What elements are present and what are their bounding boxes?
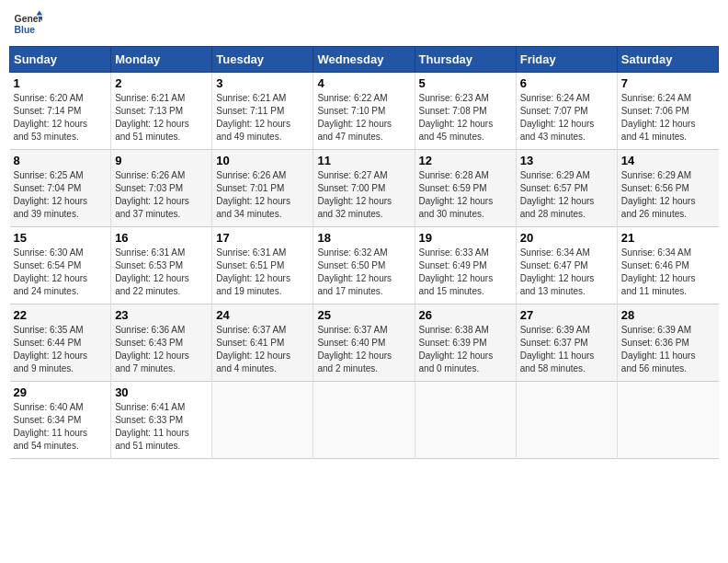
day-detail: Sunrise: 6:21 AM Sunset: 7:13 PM Dayligh… xyxy=(115,92,208,144)
day-detail: Sunrise: 6:36 AM Sunset: 6:43 PM Dayligh… xyxy=(115,324,208,375)
calendar-cell: 29Sunrise: 6:40 AM Sunset: 6:34 PM Dayli… xyxy=(10,382,111,459)
day-of-week-header: Monday xyxy=(111,47,212,73)
day-number: 24 xyxy=(216,308,309,322)
day-number: 5 xyxy=(419,76,512,90)
day-detail: Sunrise: 6:41 AM Sunset: 6:33 PM Dayligh… xyxy=(115,401,208,453)
calendar-cell: 18Sunrise: 6:32 AM Sunset: 6:50 PM Dayli… xyxy=(313,227,415,304)
week-row: 8Sunrise: 6:25 AM Sunset: 7:04 PM Daylig… xyxy=(10,150,719,227)
calendar-cell: 8Sunrise: 6:25 AM Sunset: 7:04 PM Daylig… xyxy=(10,150,111,227)
week-row: 1Sunrise: 6:20 AM Sunset: 7:14 PM Daylig… xyxy=(10,73,719,150)
day-detail: Sunrise: 6:39 AM Sunset: 6:36 PM Dayligh… xyxy=(621,324,715,375)
logo: General Blue xyxy=(13,9,42,39)
day-number: 14 xyxy=(621,154,715,167)
calendar-cell: 22Sunrise: 6:35 AM Sunset: 6:44 PM Dayli… xyxy=(10,304,111,382)
calendar-cell: 5Sunrise: 6:23 AM Sunset: 7:08 PM Daylig… xyxy=(415,73,516,150)
svg-text:Blue: Blue xyxy=(15,25,36,35)
day-number: 23 xyxy=(115,308,208,322)
calendar-table: SundayMondayTuesdayWednesdayThursdayFrid… xyxy=(9,46,719,459)
day-detail: Sunrise: 6:28 AM Sunset: 6:59 PM Dayligh… xyxy=(419,169,512,221)
day-detail: Sunrise: 6:35 AM Sunset: 6:44 PM Dayligh… xyxy=(14,324,108,375)
calendar-cell: 21Sunrise: 6:34 AM Sunset: 6:46 PM Dayli… xyxy=(617,227,718,304)
day-number: 20 xyxy=(520,231,613,245)
calendar-cell: 27Sunrise: 6:39 AM Sunset: 6:37 PM Dayli… xyxy=(516,304,617,382)
calendar-cell: 7Sunrise: 6:24 AM Sunset: 7:06 PM Daylig… xyxy=(617,73,718,150)
week-row: 22Sunrise: 6:35 AM Sunset: 6:44 PM Dayli… xyxy=(10,304,719,382)
calendar-cell: 12Sunrise: 6:28 AM Sunset: 6:59 PM Dayli… xyxy=(415,150,516,227)
day-of-week-header: Thursday xyxy=(415,47,516,73)
calendar-cell: 13Sunrise: 6:29 AM Sunset: 6:57 PM Dayli… xyxy=(516,150,617,227)
day-of-week-header: Sunday xyxy=(10,47,111,73)
calendar-cell: 4Sunrise: 6:22 AM Sunset: 7:10 PM Daylig… xyxy=(313,73,415,150)
calendar-header-row: SundayMondayTuesdayWednesdayThursdayFrid… xyxy=(10,47,719,73)
calendar-cell xyxy=(212,382,313,459)
calendar-cell: 9Sunrise: 6:26 AM Sunset: 7:03 PM Daylig… xyxy=(111,150,212,227)
day-detail: Sunrise: 6:29 AM Sunset: 6:57 PM Dayligh… xyxy=(520,169,613,221)
calendar-cell xyxy=(516,382,617,459)
day-detail: Sunrise: 6:38 AM Sunset: 6:39 PM Dayligh… xyxy=(419,324,512,375)
day-detail: Sunrise: 6:23 AM Sunset: 7:08 PM Dayligh… xyxy=(419,92,512,144)
day-detail: Sunrise: 6:34 AM Sunset: 6:46 PM Dayligh… xyxy=(621,247,715,298)
day-detail: Sunrise: 6:30 AM Sunset: 6:54 PM Dayligh… xyxy=(14,247,108,298)
calendar-cell: 3Sunrise: 6:21 AM Sunset: 7:11 PM Daylig… xyxy=(212,73,313,150)
calendar-cell: 25Sunrise: 6:37 AM Sunset: 6:40 PM Dayli… xyxy=(313,304,415,382)
day-detail: Sunrise: 6:22 AM Sunset: 7:10 PM Dayligh… xyxy=(317,92,410,144)
calendar-cell: 11Sunrise: 6:27 AM Sunset: 7:00 PM Dayli… xyxy=(313,150,415,227)
day-detail: Sunrise: 6:24 AM Sunset: 7:07 PM Dayligh… xyxy=(520,92,613,144)
logo-icon: General Blue xyxy=(13,9,42,39)
calendar-cell: 14Sunrise: 6:29 AM Sunset: 6:56 PM Dayli… xyxy=(617,150,718,227)
day-number: 10 xyxy=(216,154,309,167)
calendar-cell: 16Sunrise: 6:31 AM Sunset: 6:53 PM Dayli… xyxy=(111,227,212,304)
day-detail: Sunrise: 6:26 AM Sunset: 7:01 PM Dayligh… xyxy=(216,169,309,221)
day-detail: Sunrise: 6:32 AM Sunset: 6:50 PM Dayligh… xyxy=(317,247,410,298)
week-row: 15Sunrise: 6:30 AM Sunset: 6:54 PM Dayli… xyxy=(10,227,719,304)
day-number: 1 xyxy=(14,76,108,90)
svg-text:General: General xyxy=(15,14,42,24)
day-number: 16 xyxy=(115,231,208,245)
day-number: 17 xyxy=(216,231,309,245)
calendar-cell: 15Sunrise: 6:30 AM Sunset: 6:54 PM Dayli… xyxy=(10,227,111,304)
svg-marker-2 xyxy=(37,11,42,16)
day-number: 27 xyxy=(520,308,613,322)
day-detail: Sunrise: 6:34 AM Sunset: 6:47 PM Dayligh… xyxy=(520,247,613,298)
calendar-cell: 1Sunrise: 6:20 AM Sunset: 7:14 PM Daylig… xyxy=(10,73,111,150)
day-detail: Sunrise: 6:31 AM Sunset: 6:53 PM Dayligh… xyxy=(115,247,208,298)
calendar-cell: 23Sunrise: 6:36 AM Sunset: 6:43 PM Dayli… xyxy=(111,304,212,382)
calendar-cell: 10Sunrise: 6:26 AM Sunset: 7:01 PM Dayli… xyxy=(212,150,313,227)
day-number: 25 xyxy=(317,308,410,322)
day-number: 9 xyxy=(115,154,208,167)
day-of-week-header: Wednesday xyxy=(313,47,415,73)
day-number: 19 xyxy=(419,231,512,245)
calendar-cell: 30Sunrise: 6:41 AM Sunset: 6:33 PM Dayli… xyxy=(111,382,212,459)
day-detail: Sunrise: 6:39 AM Sunset: 6:37 PM Dayligh… xyxy=(520,324,613,375)
day-detail: Sunrise: 6:33 AM Sunset: 6:49 PM Dayligh… xyxy=(419,247,512,298)
calendar-cell xyxy=(313,382,415,459)
day-number: 4 xyxy=(317,76,410,90)
calendar-cell: 26Sunrise: 6:38 AM Sunset: 6:39 PM Dayli… xyxy=(415,304,516,382)
calendar-cell xyxy=(617,382,718,459)
day-number: 29 xyxy=(14,385,108,399)
calendar-cell: 17Sunrise: 6:31 AM Sunset: 6:51 PM Dayli… xyxy=(212,227,313,304)
day-number: 18 xyxy=(317,231,410,245)
day-detail: Sunrise: 6:31 AM Sunset: 6:51 PM Dayligh… xyxy=(216,247,309,298)
day-detail: Sunrise: 6:37 AM Sunset: 6:41 PM Dayligh… xyxy=(216,324,309,375)
page-header: General Blue xyxy=(9,9,719,39)
day-number: 2 xyxy=(115,76,208,90)
calendar-cell: 20Sunrise: 6:34 AM Sunset: 6:47 PM Dayli… xyxy=(516,227,617,304)
calendar-cell xyxy=(415,382,516,459)
day-number: 26 xyxy=(419,308,512,322)
calendar-cell: 19Sunrise: 6:33 AM Sunset: 6:49 PM Dayli… xyxy=(415,227,516,304)
day-detail: Sunrise: 6:27 AM Sunset: 7:00 PM Dayligh… xyxy=(317,169,410,221)
day-number: 30 xyxy=(115,385,208,399)
day-number: 11 xyxy=(317,154,410,167)
day-number: 8 xyxy=(14,154,108,167)
day-of-week-header: Saturday xyxy=(617,47,718,73)
calendar-cell: 2Sunrise: 6:21 AM Sunset: 7:13 PM Daylig… xyxy=(111,73,212,150)
day-number: 6 xyxy=(520,76,613,90)
day-detail: Sunrise: 6:26 AM Sunset: 7:03 PM Dayligh… xyxy=(115,169,208,221)
day-detail: Sunrise: 6:25 AM Sunset: 7:04 PM Dayligh… xyxy=(14,169,108,221)
day-detail: Sunrise: 6:40 AM Sunset: 6:34 PM Dayligh… xyxy=(14,401,108,453)
day-number: 15 xyxy=(14,231,108,245)
day-detail: Sunrise: 6:21 AM Sunset: 7:11 PM Dayligh… xyxy=(216,92,309,144)
calendar-cell: 24Sunrise: 6:37 AM Sunset: 6:41 PM Dayli… xyxy=(212,304,313,382)
day-number: 21 xyxy=(621,231,715,245)
